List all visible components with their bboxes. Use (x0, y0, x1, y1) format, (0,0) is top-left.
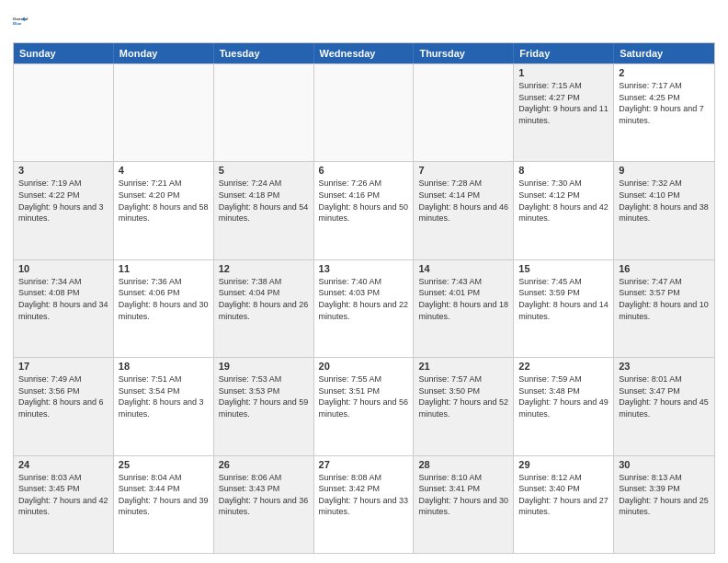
cal-cell-24: 24Sunrise: 8:03 AM Sunset: 3:45 PM Dayli… (14, 456, 114, 553)
cal-cell-11: 11Sunrise: 7:36 AM Sunset: 4:06 PM Dayli… (114, 260, 214, 357)
svg-text:Blue: Blue (13, 21, 22, 26)
cal-cell-4: 4Sunrise: 7:21 AM Sunset: 4:20 PM Daylig… (114, 162, 214, 259)
day-number: 26 (219, 459, 309, 470)
logo: General Blue (13, 9, 39, 35)
day-number: 18 (119, 361, 209, 372)
svg-text:General: General (13, 17, 28, 21)
cal-cell-7: 7Sunrise: 7:28 AM Sunset: 4:14 PM Daylig… (414, 162, 514, 259)
day-info: Sunrise: 7:21 AM Sunset: 4:20 PM Dayligh… (119, 178, 209, 224)
cal-cell-29: 29Sunrise: 8:12 AM Sunset: 3:40 PM Dayli… (514, 456, 614, 553)
week-row-4: 17Sunrise: 7:49 AM Sunset: 3:56 PM Dayli… (14, 357, 714, 454)
day-header-sunday: Sunday (14, 43, 114, 63)
day-info: Sunrise: 8:06 AM Sunset: 3:43 PM Dayligh… (219, 472, 309, 518)
cal-cell-22: 22Sunrise: 7:59 AM Sunset: 3:48 PM Dayli… (514, 358, 614, 454)
day-info: Sunrise: 7:43 AM Sunset: 4:01 PM Dayligh… (418, 276, 508, 322)
day-info: Sunrise: 8:08 AM Sunset: 3:42 PM Dayligh… (319, 472, 409, 518)
day-number: 17 (18, 361, 108, 372)
day-header-monday: Monday (114, 43, 214, 63)
day-number: 21 (418, 361, 508, 372)
day-number: 5 (219, 165, 309, 176)
day-number: 14 (418, 263, 508, 274)
day-number: 27 (319, 459, 409, 470)
week-row-1: 1Sunrise: 7:15 AM Sunset: 4:27 PM Daylig… (14, 63, 714, 161)
day-info: Sunrise: 7:19 AM Sunset: 4:22 PM Dayligh… (18, 178, 108, 224)
cal-cell-20: 20Sunrise: 7:55 AM Sunset: 3:51 PM Dayli… (314, 358, 415, 454)
cal-cell-26: 26Sunrise: 8:06 AM Sunset: 3:43 PM Dayli… (214, 456, 314, 553)
day-info: Sunrise: 8:13 AM Sunset: 3:39 PM Dayligh… (619, 472, 710, 518)
day-number: 15 (518, 263, 609, 274)
cal-cell-6: 6Sunrise: 7:26 AM Sunset: 4:16 PM Daylig… (314, 162, 415, 259)
cal-cell-27: 27Sunrise: 8:08 AM Sunset: 3:42 PM Dayli… (314, 456, 415, 553)
page: General Blue SundayMondayTuesdayWednesda… (0, 0, 728, 563)
day-number: 12 (219, 263, 309, 274)
day-info: Sunrise: 8:04 AM Sunset: 3:44 PM Dayligh… (119, 472, 209, 518)
cal-cell-5: 5Sunrise: 7:24 AM Sunset: 4:18 PM Daylig… (214, 162, 314, 259)
day-info: Sunrise: 7:36 AM Sunset: 4:06 PM Dayligh… (119, 276, 209, 322)
calendar-header: SundayMondayTuesdayWednesdayThursdayFrid… (14, 43, 714, 63)
day-number: 23 (619, 361, 710, 372)
cal-cell-15: 15Sunrise: 7:45 AM Sunset: 3:59 PM Dayli… (514, 260, 614, 357)
day-info: Sunrise: 7:34 AM Sunset: 4:08 PM Dayligh… (18, 276, 108, 322)
day-info: Sunrise: 7:15 AM Sunset: 4:27 PM Dayligh… (518, 80, 609, 126)
week-row-2: 3Sunrise: 7:19 AM Sunset: 4:22 PM Daylig… (14, 161, 714, 259)
cal-cell-12: 12Sunrise: 7:38 AM Sunset: 4:04 PM Dayli… (214, 260, 314, 357)
day-number: 30 (619, 459, 710, 470)
day-info: Sunrise: 7:57 AM Sunset: 3:50 PM Dayligh… (418, 373, 508, 419)
day-info: Sunrise: 7:38 AM Sunset: 4:04 PM Dayligh… (219, 276, 309, 322)
cal-cell-1: 1Sunrise: 7:15 AM Sunset: 4:27 PM Daylig… (514, 64, 614, 161)
header: General Blue (13, 9, 715, 35)
day-info: Sunrise: 7:45 AM Sunset: 3:59 PM Dayligh… (518, 276, 609, 322)
day-info: Sunrise: 7:59 AM Sunset: 3:48 PM Dayligh… (518, 373, 609, 419)
day-header-thursday: Thursday (414, 43, 514, 63)
cal-cell-empty-0-0 (14, 64, 114, 161)
day-number: 2 (619, 67, 710, 78)
day-header-wednesday: Wednesday (314, 43, 415, 63)
day-header-friday: Friday (514, 43, 614, 63)
day-info: Sunrise: 7:55 AM Sunset: 3:51 PM Dayligh… (319, 373, 409, 419)
day-number: 22 (518, 361, 609, 372)
cal-cell-14: 14Sunrise: 7:43 AM Sunset: 4:01 PM Dayli… (414, 260, 514, 357)
day-number: 24 (18, 459, 108, 470)
cal-cell-13: 13Sunrise: 7:40 AM Sunset: 4:03 PM Dayli… (314, 260, 415, 357)
day-info: Sunrise: 7:32 AM Sunset: 4:10 PM Dayligh… (619, 178, 710, 224)
cal-cell-28: 28Sunrise: 8:10 AM Sunset: 3:41 PM Dayli… (414, 456, 514, 553)
day-number: 13 (319, 263, 409, 274)
day-number: 28 (418, 459, 508, 470)
cal-cell-8: 8Sunrise: 7:30 AM Sunset: 4:12 PM Daylig… (514, 162, 614, 259)
cal-cell-17: 17Sunrise: 7:49 AM Sunset: 3:56 PM Dayli… (14, 358, 114, 454)
cal-cell-16: 16Sunrise: 7:47 AM Sunset: 3:57 PM Dayli… (614, 260, 714, 357)
day-info: Sunrise: 8:12 AM Sunset: 3:40 PM Dayligh… (518, 472, 609, 518)
day-info: Sunrise: 7:49 AM Sunset: 3:56 PM Dayligh… (18, 373, 108, 419)
day-number: 3 (18, 165, 108, 176)
day-info: Sunrise: 8:01 AM Sunset: 3:47 PM Dayligh… (619, 373, 710, 419)
cal-cell-9: 9Sunrise: 7:32 AM Sunset: 4:10 PM Daylig… (614, 162, 714, 259)
day-info: Sunrise: 7:26 AM Sunset: 4:16 PM Dayligh… (319, 178, 409, 224)
day-number: 9 (619, 165, 710, 176)
day-number: 8 (518, 165, 609, 176)
day-number: 25 (119, 459, 209, 470)
cal-cell-21: 21Sunrise: 7:57 AM Sunset: 3:50 PM Dayli… (414, 358, 514, 454)
cal-cell-empty-0-1 (114, 64, 214, 161)
cal-cell-empty-0-4 (414, 64, 514, 161)
cal-cell-30: 30Sunrise: 8:13 AM Sunset: 3:39 PM Dayli… (614, 456, 714, 553)
day-info: Sunrise: 7:28 AM Sunset: 4:14 PM Dayligh… (418, 178, 508, 224)
day-info: Sunrise: 7:30 AM Sunset: 4:12 PM Dayligh… (518, 178, 609, 224)
day-number: 10 (18, 263, 108, 274)
day-number: 29 (518, 459, 609, 470)
day-info: Sunrise: 7:51 AM Sunset: 3:54 PM Dayligh… (119, 373, 209, 419)
day-number: 19 (219, 361, 309, 372)
day-header-saturday: Saturday (614, 43, 714, 63)
day-info: Sunrise: 8:03 AM Sunset: 3:45 PM Dayligh… (18, 472, 108, 518)
day-number: 6 (319, 165, 409, 176)
day-info: Sunrise: 7:17 AM Sunset: 4:25 PM Dayligh… (619, 80, 710, 126)
day-number: 7 (418, 165, 508, 176)
cal-cell-10: 10Sunrise: 7:34 AM Sunset: 4:08 PM Dayli… (14, 260, 114, 357)
day-number: 4 (119, 165, 209, 176)
week-row-5: 24Sunrise: 8:03 AM Sunset: 3:45 PM Dayli… (14, 455, 714, 553)
day-info: Sunrise: 8:10 AM Sunset: 3:41 PM Dayligh… (418, 472, 508, 518)
cal-cell-2: 2Sunrise: 7:17 AM Sunset: 4:25 PM Daylig… (614, 64, 714, 161)
calendar-body: 1Sunrise: 7:15 AM Sunset: 4:27 PM Daylig… (14, 63, 714, 553)
cal-cell-18: 18Sunrise: 7:51 AM Sunset: 3:54 PM Dayli… (114, 358, 214, 454)
day-number: 20 (319, 361, 409, 372)
cal-cell-19: 19Sunrise: 7:53 AM Sunset: 3:53 PM Dayli… (214, 358, 314, 454)
